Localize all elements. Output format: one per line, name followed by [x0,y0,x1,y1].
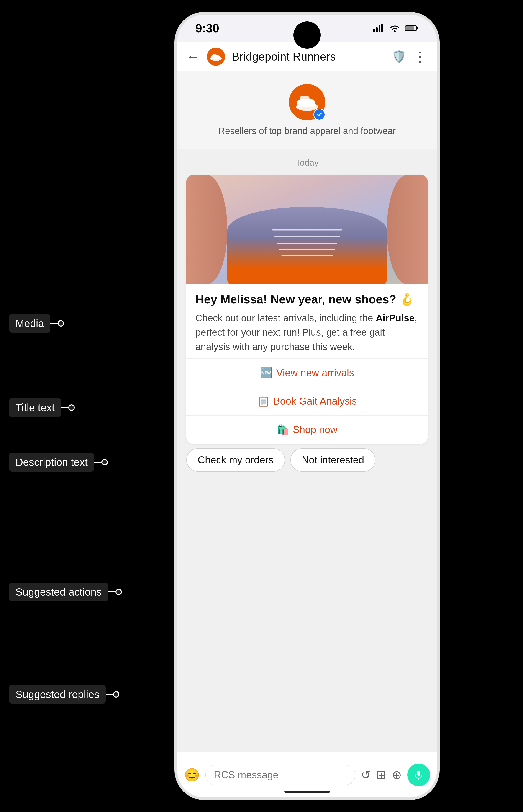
signal-icon [373,24,384,33]
svg-rect-1 [376,27,378,32]
action-gait-label: Book Gait Analysis [273,396,357,407]
home-indicator [284,791,330,793]
wifi-icon [389,24,400,33]
action-view-new-arrivals[interactable]: 🆕 View new arrivals [186,359,428,387]
mic-icon [414,770,424,780]
clipboard-emoji: 📋 [257,395,270,407]
voice-button[interactable] [407,763,430,786]
svg-rect-10 [212,54,217,56]
shield-icon[interactable]: 🛡️ [392,50,407,63]
chat-area[interactable]: Today [177,149,437,752]
svg-rect-12 [297,99,315,107]
verified-badge [313,109,325,120]
annotation-title: Title text [9,398,61,417]
date-divider: Today [184,158,430,168]
phone-frame: 9:30 [177,15,437,797]
reply-not-interested[interactable]: Not interested [290,448,376,472]
message-card: Hey Melissa! New year, new shoes? 🪝 Chec… [186,175,428,444]
profile-description: Resellers of top brand apparel and footw… [218,126,396,136]
emoji-button[interactable]: 😊 [184,768,200,782]
more-options-button[interactable]: ⋮ [413,49,428,64]
message-input[interactable] [205,764,355,785]
status-icons [373,24,419,33]
card-description: Check out our latest arrivals, including… [195,311,419,354]
card-title: Hey Melissa! New year, new shoes? 🪝 [195,292,419,306]
card-media [186,175,428,284]
sneaker-icon [209,50,223,63]
annotation-suggested-actions: Suggested actions [9,583,108,601]
header-avatar [207,48,225,66]
profile-avatar [289,84,325,120]
svg-rect-2 [379,25,380,32]
svg-rect-13 [300,96,310,100]
svg-point-4 [394,31,396,32]
new-emoji: 🆕 [260,367,273,379]
profile-section: Resellers of top brand apparel and footw… [177,72,437,149]
svg-rect-6 [417,27,418,30]
header-title: Bridgepoint Runners [232,50,385,63]
camera-notch [293,21,321,49]
annotation-description: Description text [9,453,94,472]
card-content: Hey Melissa! New year, new shoes? 🪝 Chec… [186,284,428,354]
shopping-emoji: 🛍️ [277,424,289,436]
back-button[interactable]: ← [186,49,200,64]
battery-icon [405,25,419,32]
plus-button[interactable]: ⊕ [392,768,402,782]
card-actions: 🆕 View new arrivals 📋 Book Gait Analysis… [186,358,428,444]
annotation-media: Media [9,314,50,333]
reply-check-orders[interactable]: Check my orders [186,448,285,472]
status-time: 9:30 [195,21,219,35]
svg-rect-19 [417,771,420,776]
svg-rect-0 [373,29,375,32]
media-attach-button[interactable]: ⊞ [376,768,386,782]
svg-rect-7 [406,26,414,30]
svg-rect-3 [381,24,383,32]
action-shop-label: Shop now [293,424,338,435]
action-shop-now[interactable]: 🛍️ Shop now [186,416,428,444]
laces-svg [239,216,375,266]
suggested-replies: Check my orders Not interested [186,448,428,472]
annotation-suggested-replies: Suggested replies [9,685,106,704]
checkmark-icon [316,111,323,118]
action-view-label: View new arrivals [276,367,354,378]
action-book-gait[interactable]: 📋 Book Gait Analysis [186,387,428,416]
scene: Media Title text Description text Sugges… [0,0,523,812]
reply-icon-button[interactable]: ↺ [361,768,371,782]
